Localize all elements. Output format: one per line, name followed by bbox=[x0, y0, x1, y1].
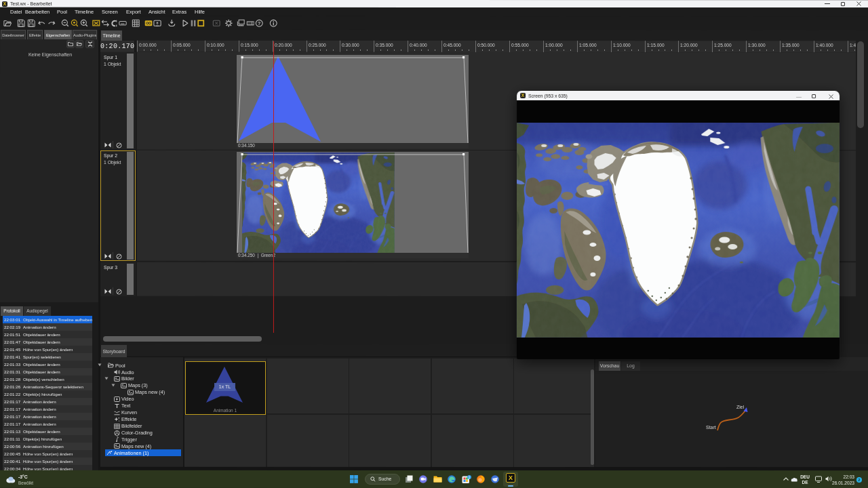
svg-text:?: ? bbox=[258, 21, 260, 26]
